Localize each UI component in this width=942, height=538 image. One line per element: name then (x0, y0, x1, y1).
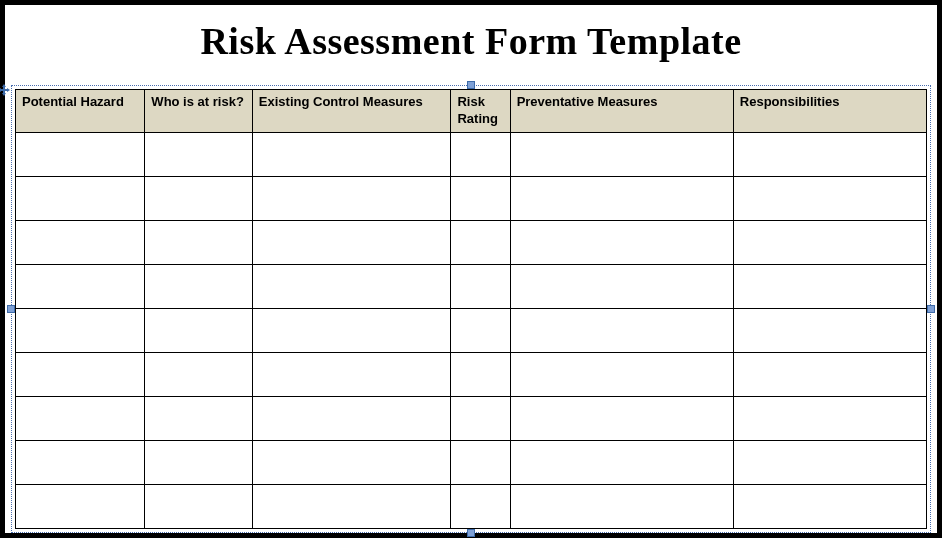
table-cell[interactable] (510, 484, 733, 528)
table-cell[interactable] (16, 484, 145, 528)
table-cell[interactable] (145, 132, 252, 176)
table-cell[interactable] (16, 176, 145, 220)
table-row (16, 264, 927, 308)
svg-rect-5 (0, 89, 8, 91)
table-cell[interactable] (16, 352, 145, 396)
table-cell[interactable] (16, 264, 145, 308)
table-cell[interactable] (252, 176, 451, 220)
header-who-is-at-risk[interactable]: Who is at risk? (145, 90, 252, 133)
header-potential-hazard[interactable]: Potential Hazard (16, 90, 145, 133)
table-row (16, 396, 927, 440)
table-cell[interactable] (733, 352, 926, 396)
table-cell[interactable] (733, 396, 926, 440)
table-cell[interactable] (451, 264, 510, 308)
table-cell[interactable] (145, 396, 252, 440)
table-cell[interactable] (145, 176, 252, 220)
table-cell[interactable] (451, 396, 510, 440)
table-row (16, 132, 927, 176)
table-cell[interactable] (16, 220, 145, 264)
table-cell[interactable] (733, 264, 926, 308)
resize-handle-left[interactable] (7, 305, 15, 313)
table-row (16, 440, 927, 484)
resize-handle-top[interactable] (467, 81, 475, 89)
header-responsibilities[interactable]: Responsibilities (733, 90, 926, 133)
header-risk-rating[interactable]: Risk Rating (451, 90, 510, 133)
table-cell[interactable] (510, 308, 733, 352)
header-preventative-measures[interactable]: Preventative Measures (510, 90, 733, 133)
table-header-row: Potential Hazard Who is at risk? Existin… (16, 90, 927, 133)
table-row (16, 176, 927, 220)
resize-handle-bottom[interactable] (467, 529, 475, 537)
table-row (16, 308, 927, 352)
table-cell[interactable] (145, 308, 252, 352)
table-cell[interactable] (252, 132, 451, 176)
table-cell[interactable] (510, 176, 733, 220)
table-cell[interactable] (510, 132, 733, 176)
table-row (16, 352, 927, 396)
table-cell[interactable] (510, 396, 733, 440)
table-cell[interactable] (145, 352, 252, 396)
table-cell[interactable] (733, 308, 926, 352)
table-cell[interactable] (145, 220, 252, 264)
table-cell[interactable] (145, 264, 252, 308)
table-cell[interactable] (451, 352, 510, 396)
table-cell[interactable] (252, 396, 451, 440)
table-cell[interactable] (451, 440, 510, 484)
table-cell[interactable] (252, 440, 451, 484)
table-cell[interactable] (145, 484, 252, 528)
table-cell[interactable] (16, 396, 145, 440)
table-row (16, 484, 927, 528)
table-cell[interactable] (16, 132, 145, 176)
table-cell[interactable] (252, 484, 451, 528)
table-cell[interactable] (510, 220, 733, 264)
table-cell[interactable] (16, 440, 145, 484)
table-cell[interactable] (252, 220, 451, 264)
table-cell[interactable] (733, 132, 926, 176)
table-cell[interactable] (451, 176, 510, 220)
table-cell[interactable] (733, 220, 926, 264)
table-cell[interactable] (510, 440, 733, 484)
table-cell[interactable] (451, 308, 510, 352)
table-cell[interactable] (16, 308, 145, 352)
table-cell[interactable] (451, 220, 510, 264)
table-cell[interactable] (733, 176, 926, 220)
table-cell[interactable] (451, 132, 510, 176)
risk-assessment-table-container: Potential Hazard Who is at risk? Existin… (15, 89, 927, 529)
table-cell[interactable] (252, 264, 451, 308)
table-row (16, 220, 927, 264)
table-cell[interactable] (510, 352, 733, 396)
risk-assessment-table[interactable]: Potential Hazard Who is at risk? Existin… (15, 89, 927, 529)
page-title: Risk Assessment Form Template (5, 19, 937, 63)
table-cell[interactable] (252, 352, 451, 396)
table-cell[interactable] (252, 308, 451, 352)
resize-handle-right[interactable] (927, 305, 935, 313)
table-cell[interactable] (145, 440, 252, 484)
page-frame: Risk Assessment Form Template (0, 0, 942, 538)
table-body (16, 132, 927, 528)
header-existing-control-measures[interactable]: Existing Control Measures (252, 90, 451, 133)
table-selection[interactable]: Potential Hazard Who is at risk? Existin… (11, 85, 931, 533)
table-cell[interactable] (451, 484, 510, 528)
table-cell[interactable] (510, 264, 733, 308)
table-cell[interactable] (733, 484, 926, 528)
move-handle-icon[interactable] (0, 84, 10, 96)
table-cell[interactable] (733, 440, 926, 484)
